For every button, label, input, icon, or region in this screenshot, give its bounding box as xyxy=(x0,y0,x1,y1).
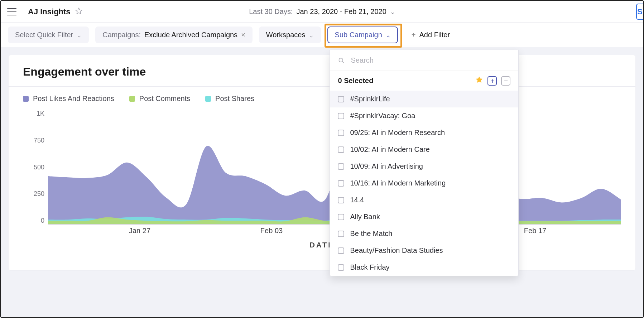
content-area: Engagement over time Post Likes And Reac… xyxy=(1,47,643,318)
checkbox-icon[interactable] xyxy=(338,96,344,102)
dropdown-option[interactable]: 14.4 xyxy=(330,192,518,208)
dropdown-search-input[interactable] xyxy=(350,56,510,65)
divider xyxy=(9,86,635,87)
checkbox-icon[interactable] xyxy=(338,247,344,254)
campaigns-filter-chip[interactable]: Campaigns: Exclude Archived Campaigns × xyxy=(95,26,253,43)
include-button[interactable]: + xyxy=(487,76,497,86)
dropdown-search-row xyxy=(330,50,518,71)
top-bar: AJ Insights Last 30 Days: Jan 23, 2020 -… xyxy=(1,1,643,23)
menu-icon[interactable] xyxy=(7,8,16,15)
date-range-selector[interactable]: Last 30 Days: Jan 23, 2020 - Feb 21, 202… xyxy=(249,8,395,16)
chevron-down-icon xyxy=(77,33,82,38)
legend-item-shares[interactable]: Post Shares xyxy=(205,95,254,103)
selected-count: 0 Selected xyxy=(338,77,373,85)
swatch-icon xyxy=(129,96,135,102)
checkbox-icon[interactable] xyxy=(338,113,344,119)
dropdown-option[interactable]: Beauty/Fashion Data Studies xyxy=(330,242,518,259)
quick-filter-select[interactable]: Select Quick Filter xyxy=(8,26,89,43)
checkbox-icon[interactable] xyxy=(338,214,344,220)
svg-point-0 xyxy=(339,58,343,62)
close-icon[interactable]: × xyxy=(241,31,245,39)
chevron-down-icon xyxy=(309,33,314,38)
chart-area: 1K7505002500 Jan 27Feb 03Feb 10Feb 17 xyxy=(23,110,621,239)
exclude-button[interactable]: − xyxy=(501,76,510,86)
x-axis-title: DATE xyxy=(23,241,621,249)
legend-item-likes[interactable]: Post Likes And Reactions xyxy=(23,95,114,103)
truncated-button[interactable]: S xyxy=(636,4,643,20)
dropdown-option[interactable]: Be the Match xyxy=(330,225,518,242)
checkbox-icon[interactable] xyxy=(338,197,344,203)
dropdown-option[interactable]: 10/09: AI in Advertising xyxy=(330,158,518,175)
page-title: AJ Insights xyxy=(28,7,71,16)
plus-icon: + xyxy=(412,31,416,39)
dropdown-option[interactable]: #SprinklrVacay: Goa xyxy=(330,107,518,124)
checkbox-icon[interactable] xyxy=(338,264,344,271)
search-icon xyxy=(338,57,345,64)
swatch-icon xyxy=(23,96,29,102)
filter-bar: Select Quick Filter Campaigns: Exclude A… xyxy=(1,23,643,47)
dropdown-list: #SprinklrLife#SprinklrVacay: Goa09/25: A… xyxy=(330,91,518,276)
dropdown-option[interactable]: 10/16: AI in Modern Marketing xyxy=(330,175,518,192)
star-icon[interactable] xyxy=(475,76,483,86)
checkbox-icon[interactable] xyxy=(338,180,344,187)
chart-title: Engagement over time xyxy=(23,65,621,78)
date-range-prefix: Last 30 Days: xyxy=(249,8,293,16)
swatch-icon xyxy=(205,96,211,102)
dropdown-option[interactable]: Black Friday xyxy=(330,259,518,276)
engagement-card: Engagement over time Post Likes And Reac… xyxy=(9,55,635,270)
dropdown-option[interactable]: Ally Bank xyxy=(330,208,518,225)
favorite-star-button[interactable] xyxy=(75,7,83,16)
chevron-up-icon xyxy=(386,33,391,38)
add-filter-button[interactable]: + Add Filter xyxy=(404,26,457,43)
sub-campaign-dropdown: 0 Selected + − #SprinklrLife#SprinklrVac… xyxy=(330,50,519,276)
checkbox-icon[interactable] xyxy=(338,231,344,237)
dropdown-header: 0 Selected + − xyxy=(330,71,518,91)
chevron-down-icon xyxy=(390,9,395,14)
dropdown-option[interactable]: 10/02: AI in Modern Care xyxy=(330,141,518,158)
sub-campaign-filter[interactable]: Sub Campaign xyxy=(327,26,398,43)
legend-item-comments[interactable]: Post Comments xyxy=(129,95,190,103)
svg-line-1 xyxy=(342,61,344,63)
chart-legend: Post Likes And Reactions Post Comments P… xyxy=(23,95,621,103)
checkbox-icon[interactable] xyxy=(338,163,344,170)
checkbox-icon[interactable] xyxy=(338,130,344,136)
dropdown-option[interactable]: 09/25: AI in Modern Research xyxy=(330,124,518,141)
y-axis-labels: 1K7505002500 xyxy=(23,110,44,225)
date-range-text: Jan 23, 2020 - Feb 21, 2020 xyxy=(296,8,386,16)
dropdown-option[interactable]: #SprinklrLife xyxy=(330,91,518,107)
workspaces-filter[interactable]: Workspaces xyxy=(259,26,321,43)
checkbox-icon[interactable] xyxy=(338,146,344,153)
